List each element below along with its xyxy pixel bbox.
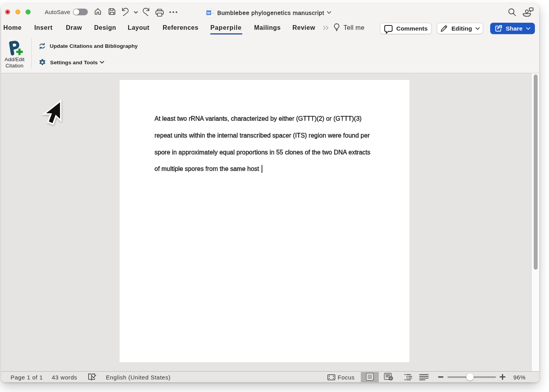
svg-text:W: W (207, 10, 211, 15)
